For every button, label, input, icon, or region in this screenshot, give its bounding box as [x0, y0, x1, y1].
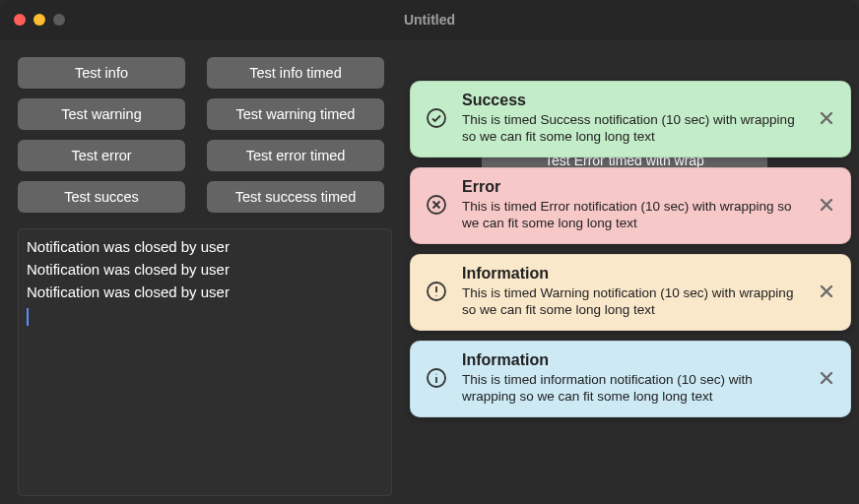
test-warning-timed-button[interactable]: Test warning timed [207, 98, 384, 130]
svg-point-0 [428, 109, 445, 127]
toast-message: This is timed Error notification (10 sec… [462, 198, 803, 231]
toast-message: This is timed Warning notification (10 s… [462, 284, 803, 318]
toast-title: Information [462, 351, 803, 369]
log-line: Notification was closed by user [27, 258, 383, 281]
button-grid: Test info Test info timed Test warning T… [18, 57, 392, 213]
toast-title: Error [462, 178, 803, 196]
close-icon [819, 284, 834, 299]
test-success-button[interactable]: Test succes [18, 181, 185, 213]
info-icon [423, 366, 450, 390]
close-window-icon[interactable] [14, 14, 26, 26]
success-icon [423, 106, 450, 130]
window-title: Untitled [0, 12, 859, 28]
close-icon [819, 110, 834, 126]
toast-close-button[interactable] [815, 197, 838, 213]
toast-close-button[interactable] [815, 284, 838, 299]
log-line: Notification was closed by user [27, 281, 383, 303]
toast-info: Information This is timed information no… [410, 341, 851, 417]
toast-body: Error This is timed Error notification (… [462, 178, 803, 231]
test-warning-button[interactable]: Test warning [18, 98, 185, 130]
toast-success: Success This is timed Success notificati… [410, 81, 851, 158]
close-icon [819, 197, 834, 213]
svg-point-3 [435, 295, 436, 296]
toast-close-button[interactable] [815, 110, 838, 126]
test-error-timed-button[interactable]: Test error timed [207, 140, 384, 171]
close-icon [819, 370, 834, 386]
toast-body: Information This is timed information no… [462, 351, 803, 405]
toast-stack: Success This is timed Success notificati… [410, 81, 851, 417]
toast-message: This is timed information notification (… [462, 371, 803, 405]
toast-error: Error This is timed Error notification (… [410, 167, 851, 244]
toast-warning: Information This is timed Warning notifi… [410, 254, 851, 331]
window-controls [14, 14, 65, 26]
log-line: Notification was closed by user [27, 235, 383, 258]
test-info-timed-button[interactable]: Test info timed [207, 57, 384, 89]
warning-icon [423, 280, 450, 303]
svg-point-5 [435, 373, 436, 374]
test-error-button[interactable]: Test error [18, 140, 185, 171]
error-icon [423, 193, 450, 217]
minimize-window-icon[interactable] [33, 14, 45, 26]
log-output[interactable]: Notification was closed by user Notifica… [18, 228, 392, 496]
toast-close-button[interactable] [815, 370, 838, 386]
toast-title: Information [462, 265, 803, 283]
toast-body: Success This is timed Success notificati… [462, 92, 803, 145]
titlebar: Untitled [0, 0, 859, 39]
left-column: Test info Test info timed Test warning T… [18, 57, 392, 496]
toast-message: This is timed Success notification (10 s… [462, 111, 803, 145]
text-cursor [27, 308, 29, 326]
toast-title: Success [462, 92, 803, 109]
test-info-button[interactable]: Test info [18, 57, 185, 89]
test-success-timed-button[interactable]: Test success timed [207, 181, 384, 213]
zoom-window-icon[interactable] [53, 14, 65, 26]
toast-body: Information This is timed Warning notifi… [462, 265, 803, 318]
